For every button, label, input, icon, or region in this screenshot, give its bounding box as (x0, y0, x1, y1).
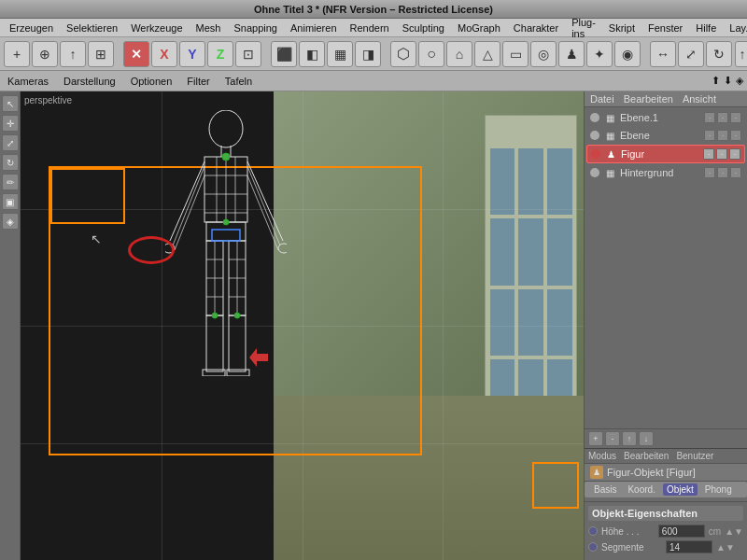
layer-header-bearbeiten[interactable]: Bearbeiten (624, 93, 673, 105)
layer-ctrl-lock[interactable]: · (716, 148, 727, 160)
layer-ctrl-vis[interactable]: · (704, 112, 715, 123)
xaxis-btn[interactable]: X (151, 41, 177, 67)
prop-segmente-radio[interactable] (588, 542, 598, 552)
vtool-move[interactable]: ✛ (2, 115, 19, 132)
move-btn[interactable]: ↔ (650, 41, 676, 67)
vb-kameras[interactable]: Kameras (4, 75, 52, 88)
modus-item-benutzer[interactable]: Benutzer (676, 451, 713, 461)
svg-point-34 (223, 219, 229, 225)
layer-dot (590, 113, 599, 122)
vtool-scale[interactable]: ⤢ (2, 134, 19, 151)
layer-dot-figur (591, 149, 600, 159)
media-btn2[interactable]: ◧ (299, 41, 325, 67)
prop-hoehe-radio[interactable] (588, 526, 598, 536)
open-btn[interactable]: ⊕ (32, 41, 58, 67)
layer-ctrl-vis[interactable]: · (704, 167, 715, 178)
menu-animieren[interactable]: Animieren (285, 21, 343, 35)
layer-ctrl-vis[interactable]: · (703, 148, 714, 160)
menu-werkzeuge[interactable]: Werkzeuge (125, 21, 188, 35)
menu-sculpting[interactable]: Sculpting (397, 21, 450, 35)
vp-window (518, 289, 543, 356)
layer-name-hg: Hintergrund (620, 167, 700, 178)
cam-btn[interactable]: ◉ (614, 41, 641, 67)
menu-rendern[interactable]: Rendern (345, 21, 395, 35)
vb-darstellung[interactable]: Darstellung (60, 75, 120, 88)
viewport[interactable]: ↖ (21, 91, 584, 560)
modus-item-modus[interactable]: Modus (588, 451, 616, 461)
rp-icon-add[interactable]: + (588, 431, 603, 446)
menu-erzeugen[interactable]: Erzeugen (4, 21, 59, 35)
media-btn1[interactable]: ⬛ (271, 41, 297, 67)
menu-mesh[interactable]: Mesh (190, 21, 227, 35)
layer-ctrl-render[interactable]: · (730, 112, 741, 123)
prop-hoehe-arrow[interactable]: ▲▼ (725, 526, 743, 537)
layer-ctrl-render[interactable]: · (730, 167, 741, 178)
vtool-select[interactable]: ↖ (2, 95, 19, 112)
vb-icon3[interactable]: ◈ (736, 75, 743, 87)
media-btn3[interactable]: ▦ (327, 41, 353, 67)
menu-fenster[interactable]: Fenster (642, 21, 688, 35)
vb-icon2[interactable]: ⬇ (724, 75, 732, 87)
layer-ctrl-lock[interactable]: · (717, 167, 728, 178)
plane-btn[interactable]: ▭ (502, 41, 529, 67)
prop-tab-objekt[interactable]: Objekt (663, 483, 698, 496)
menu-hilfe[interactable]: Hilfe (690, 21, 722, 35)
yaxis-btn[interactable]: Y (179, 41, 205, 67)
new-btn[interactable]: + (4, 41, 30, 67)
layer-ctrl-render[interactable]: · (729, 148, 740, 160)
undo-btn[interactable]: ✕ (123, 41, 149, 67)
layer-ctrl-lock[interactable]: · (717, 130, 728, 141)
menu-mograph[interactable]: MoGraph (452, 21, 506, 35)
vb-filter[interactable]: Filter (183, 75, 213, 88)
menu-charakter[interactable]: Charakter (508, 21, 564, 35)
vb-tafeln[interactable]: Tafeln (221, 75, 256, 88)
vp-window (490, 148, 515, 215)
vtool-rotate[interactable]: ↻ (2, 154, 19, 171)
layer-item-ebene[interactable]: ▦ Ebene · · · (586, 127, 745, 144)
modus-item-bearbeiten[interactable]: Bearbeiten (624, 451, 669, 461)
layer-item-ebene1[interactable]: ▦ Ebene.1 · · · (586, 109, 745, 126)
rp-icon-up[interactable]: ↑ (622, 431, 637, 446)
rotate-btn[interactable]: ↻ (706, 41, 732, 67)
cylinder-btn[interactable]: ⌂ (446, 41, 472, 67)
cone-btn[interactable]: △ (474, 41, 500, 67)
prop-segmente-field[interactable] (666, 540, 712, 553)
torus-btn[interactable]: ◎ (530, 41, 557, 67)
rp-icon-down[interactable]: ↓ (639, 431, 654, 446)
vb-optionen[interactable]: Optionen (127, 75, 176, 88)
media-btn4[interactable]: ◨ (355, 41, 381, 67)
layer-header-ansicht[interactable]: Ansicht (683, 93, 716, 105)
sphere-btn[interactable]: ○ (418, 41, 444, 67)
vtool-pen[interactable]: ✏ (2, 174, 19, 190)
prop-tab-koord[interactable]: Koord. (624, 483, 658, 496)
layer-icon-figur: ♟ (604, 147, 617, 161)
prop-segmente-arrow[interactable]: ▲▼ (716, 542, 735, 553)
layer-ctrl-lock[interactable]: · (717, 112, 728, 123)
layer-header-datei[interactable]: Datei (590, 93, 614, 105)
menu-lay[interactable]: Lay... (724, 21, 747, 35)
layer-item-hintergrund[interactable]: ▦ Hintergrund · · · (586, 164, 745, 181)
prop-tab-phong[interactable]: Phong (701, 483, 736, 496)
vb-icon1[interactable]: ⬆ (712, 75, 720, 87)
rp-icon-del[interactable]: - (605, 431, 620, 446)
scale-btn[interactable]: ⤢ (678, 41, 704, 67)
menu-plugins[interactable]: Plug-ins (566, 16, 601, 40)
prop-tab-basis[interactable]: Basis (590, 483, 620, 496)
save-btn[interactable]: ↑ (60, 41, 86, 67)
render-btn[interactable]: ⊞ (88, 41, 114, 67)
light-btn[interactable]: ✦ (586, 41, 613, 67)
zaxis-btn[interactable]: Z (207, 41, 233, 67)
nav-btn1[interactable]: ↑ (735, 41, 747, 67)
coord-btn[interactable]: ⊡ (235, 41, 261, 67)
layer-ctrl-vis[interactable]: · (704, 130, 715, 141)
prop-hoehe-field[interactable] (658, 525, 705, 538)
vtool-live[interactable]: ◈ (2, 213, 19, 230)
menu-snapping[interactable]: Snapping (228, 21, 283, 35)
menu-skript[interactable]: Skript (603, 21, 641, 35)
vtool-box[interactable]: ▣ (2, 193, 19, 210)
layer-ctrl-render[interactable]: · (730, 130, 741, 141)
cube-btn[interactable]: ⬡ (390, 41, 416, 67)
layer-item-figur[interactable]: ♟ Figur · · · (586, 145, 745, 163)
menu-selektieren[interactable]: Selektieren (61, 21, 123, 35)
char-btn[interactable]: ♟ (558, 41, 585, 67)
